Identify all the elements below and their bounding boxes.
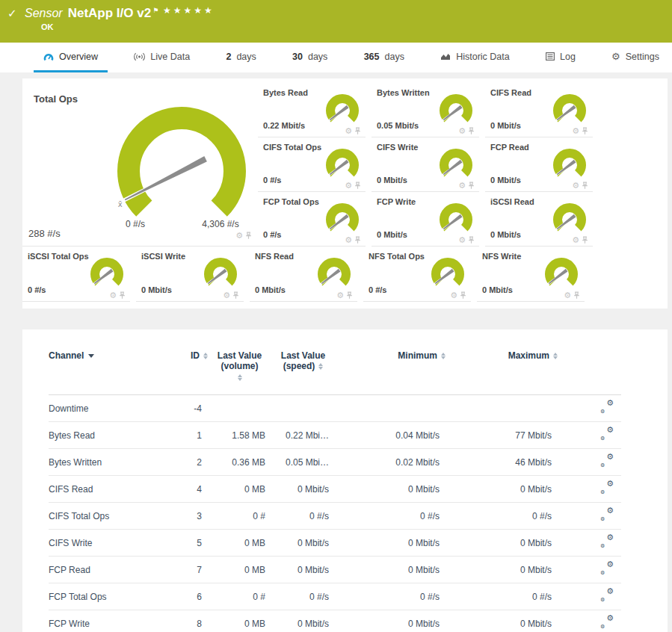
cell-maximum: 0 Mbit/s — [446, 530, 558, 557]
gear-icon[interactable]: ⚙ — [345, 182, 352, 190]
pin-icon[interactable] — [582, 127, 588, 135]
header-minimum[interactable]: Minimum — [335, 344, 446, 395]
pin-icon[interactable] — [354, 236, 361, 244]
pin-icon[interactable] — [582, 182, 588, 190]
channel-settings-icon[interactable]: ⚙⚙ — [601, 456, 614, 466]
gauge-dial — [548, 146, 590, 184]
gear-icon[interactable]: ⚙ — [223, 291, 230, 300]
gauge-title: iSCSI Read — [490, 197, 534, 206]
gear-icon[interactable]: ⚙ — [345, 127, 352, 135]
tab-settings[interactable]: ⚙ Settings — [602, 43, 669, 72]
gauge-actions: ⚙ — [572, 236, 588, 244]
gear-icon[interactable]: ⚙ — [450, 291, 457, 300]
gauge-value: 288 #/s — [28, 228, 61, 239]
tab-historic-data[interactable]: Historic Data — [431, 43, 520, 72]
gauge-value: 0 Mbit/s — [490, 176, 521, 185]
tab-2-days[interactable]: 2 days — [216, 43, 265, 72]
gauge-title: FCP Read — [490, 143, 529, 152]
cell-id: 2 — [179, 449, 208, 476]
gear-icon[interactable]: ⚙ — [572, 236, 579, 244]
gauge-actions: ⚙ — [336, 291, 353, 300]
header-last-value-speed[interactable]: Last Value (speed) — [271, 344, 335, 395]
pin-icon[interactable] — [346, 291, 353, 300]
cell-id: 6 — [179, 583, 208, 610]
cell-minimum: 0 Mbit/s — [335, 530, 446, 557]
gauge-dial — [548, 201, 590, 238]
tab-365-days[interactable]: 365 days — [354, 43, 414, 72]
gauge-title: iSCSI Total Ops — [28, 252, 89, 261]
gear-icon[interactable]: ⚙ — [458, 127, 466, 135]
pin-icon[interactable] — [354, 127, 361, 135]
sort-icon — [553, 353, 558, 359]
gauge-cell-cifs-read: CIFS Read 0 Mbit/s ⚙ — [485, 83, 593, 137]
channel-settings-icon[interactable]: ⚙⚙ — [601, 617, 614, 628]
flag-icon[interactable]: ⚑ — [152, 7, 158, 14]
pin-icon[interactable] — [232, 291, 239, 300]
table-row: FCP Write 8 0 MB 0 Mbit/s 0 Mbit/s 0 Mbi… — [49, 610, 621, 632]
cell-maximum: 0 #/s — [446, 503, 558, 530]
sensor-name: NetApp I/O v2 — [68, 6, 151, 20]
pin-icon[interactable] — [468, 236, 475, 244]
channel-settings-icon[interactable]: ⚙⚙ — [601, 536, 614, 547]
gear-icon[interactable]: ⚙ — [458, 182, 466, 190]
pin-icon[interactable] — [354, 182, 361, 190]
cell-maximum: 0 Mbit/s — [446, 610, 558, 632]
gear-icon[interactable]: ⚙ — [345, 236, 352, 244]
gauge-cell-fcp-total-ops: FCP Total Ops 0 #/s ⚙ — [258, 192, 366, 247]
channel-settings-icon[interactable]: ⚙⚙ — [601, 429, 614, 439]
pin-icon[interactable] — [468, 127, 475, 135]
channel-settings-icon[interactable]: ⚙⚙ — [601, 590, 614, 601]
gear-icon[interactable]: ⚙ — [235, 232, 243, 240]
tab-30-days[interactable]: 30 days — [283, 43, 337, 72]
gear-icon[interactable]: ⚙ — [336, 291, 344, 300]
cell-minimum: 0 #/s — [335, 503, 446, 530]
gear-icon[interactable]: ⚙ — [109, 291, 117, 300]
gauge-actions: ⚙ — [572, 182, 588, 190]
broadcast-icon — [134, 52, 145, 61]
tab-live-data[interactable]: Live Data — [124, 43, 200, 72]
channel-settings-icon[interactable]: ⚙⚙ — [601, 509, 614, 520]
pin-icon[interactable] — [573, 291, 580, 300]
content-area: Total Ops x̄ 0 #/s 4,306 #/s 288 #/s ⚙ B… — [0, 72, 672, 632]
cell-last-value-speed: 0 Mbit/s — [271, 530, 335, 557]
channel-settings-icon[interactable]: ⚙⚙ — [601, 563, 614, 574]
header-maximum[interactable]: Maximum — [446, 344, 558, 395]
cell-id: 7 — [179, 557, 208, 583]
header-channel[interactable]: Channel — [49, 344, 179, 395]
gauge-value: 0.22 Mbit/s — [263, 121, 305, 130]
gauge-scale-max: 4,306 #/s — [191, 219, 250, 229]
channel-settings-icon[interactable]: ⚙⚙ — [601, 402, 614, 412]
channel-settings-icon[interactable]: ⚙⚙ — [601, 483, 614, 493]
gauge-value: 0 #/s — [263, 230, 281, 239]
tab-log[interactable]: Log — [536, 43, 585, 72]
channels-table: Channel ID Last Value (volume) Last Valu… — [49, 344, 621, 632]
priority-stars[interactable]: ★★★★★ — [163, 5, 215, 16]
gauge-title: FCP Write — [377, 197, 416, 206]
gear-icon[interactable]: ⚙ — [458, 236, 466, 244]
gauge-actions: ⚙ — [450, 291, 466, 300]
gear-icon[interactable]: ⚙ — [572, 182, 579, 190]
svg-text:x̄: x̄ — [118, 200, 123, 208]
gauge-actions: ⚙ — [345, 127, 361, 135]
gauge-actions: ⚙ — [458, 236, 475, 244]
tab-overview[interactable]: Overview — [34, 43, 108, 72]
gear-icon[interactable]: ⚙ — [564, 291, 571, 300]
cell-id: 8 — [179, 610, 208, 632]
gauge-actions: ⚙ — [235, 232, 252, 240]
pin-icon[interactable] — [119, 291, 126, 300]
header-last-value-volume[interactable]: Last Value (volume) — [208, 344, 271, 395]
cell-maximum: 77 Mbit/s — [446, 422, 558, 449]
gauge-cell-bytes-read: Bytes Read 0.22 Mbit/s ⚙ — [258, 83, 366, 137]
gear-icon[interactable]: ⚙ — [572, 127, 579, 135]
pin-icon[interactable] — [245, 232, 252, 240]
pin-icon[interactable] — [582, 236, 588, 244]
header-id[interactable]: ID — [179, 344, 208, 395]
cell-minimum: 0 Mbit/s — [335, 476, 446, 503]
gauge-value: 0.05 Mbit/s — [377, 121, 419, 130]
cell-last-value-volume: 1.58 MB — [208, 422, 271, 449]
pin-icon[interactable] — [468, 182, 475, 190]
small-gauges-grid: Bytes Read 0.22 Mbit/s ⚙ Bytes Written 0… — [258, 83, 599, 247]
pin-icon[interactable] — [460, 291, 466, 300]
gauge-actions: ⚙ — [572, 127, 588, 135]
gauge-title: NFS Write — [482, 252, 521, 261]
